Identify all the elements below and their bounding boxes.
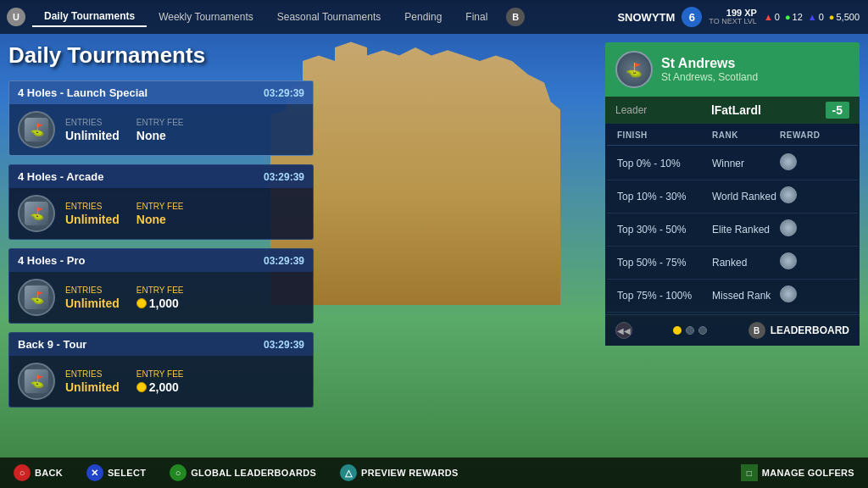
card-body-4: ⛳ Entries Unlimited Entry Fee 2,000 xyxy=(9,356,313,407)
finish-1: Top 0% - 10% xyxy=(617,158,712,169)
gold-coin-4 xyxy=(136,382,147,392)
tournament-icon-3: ⛳ xyxy=(18,279,55,316)
venue-icon: ⛳ xyxy=(615,51,653,88)
venue-location: St Andrews, Scotland xyxy=(661,71,849,83)
red-icon: ▲ xyxy=(764,12,773,22)
fee-label-4: Entry Fee xyxy=(136,369,184,379)
currency-gold: ● 5,500 xyxy=(829,12,860,22)
leader-row: Leader lFatLardl -5 xyxy=(605,97,860,124)
tournament-icon-2: ⛳ xyxy=(18,195,55,232)
rank-1: Winner xyxy=(712,158,780,169)
tournament-card-3[interactable]: 4 Holes - Pro 03:29:39 ⛳ Entries Unlimit… xyxy=(8,248,314,324)
finish-5: Top 75% - 100% xyxy=(617,290,712,302)
action-preview-rewards[interactable]: △ PREVIEW REWARDS xyxy=(340,464,459,481)
xp-info: 199 XP TO NEXT LVL xyxy=(709,8,757,26)
tab-daily-tournaments[interactable]: Daily Tournaments xyxy=(32,7,147,27)
tournament-icon-1: ⛳ xyxy=(18,111,55,148)
reward-row-3: Top 30% - 50% Elite Ranked xyxy=(607,214,858,247)
player-name: SNOWYTM xyxy=(617,11,675,24)
action-manage-golfers[interactable]: □ MANAGE GOLFERS xyxy=(741,464,854,481)
reward-row-4: Top 50% - 75% Ranked xyxy=(607,247,858,280)
entries-value-1: Unlimited xyxy=(65,129,120,142)
blue-value: 0 xyxy=(819,12,824,22)
card-timer-1: 03:29:39 xyxy=(264,87,304,99)
card-header-2: 4 Holes - Arcade 03:29:39 xyxy=(9,165,313,188)
dot-1 xyxy=(673,326,682,335)
rank-5: Missed Rank xyxy=(712,290,780,302)
card-header-3: 4 Holes - Pro 03:29:39 xyxy=(9,249,313,272)
footer-dots xyxy=(673,326,707,335)
stat-fee-4: Entry Fee 2,000 xyxy=(136,369,184,394)
card-title-1: 4 Holes - Launch Special xyxy=(18,86,147,99)
reward-icon-5 xyxy=(780,286,848,306)
card-stats-4: Entries Unlimited Entry Fee 2,000 xyxy=(65,369,304,394)
xp-label: TO NEXT LVL xyxy=(709,18,757,26)
nav-icon-b: B xyxy=(506,8,525,26)
rewards-table: FINISH RANK REWARD Top 0% - 10% Winner T… xyxy=(605,124,860,314)
manage-golfers-icon: □ xyxy=(741,464,758,481)
entries-value-3: Unlimited xyxy=(65,297,120,310)
card-header-4: Back 9 - Tour 03:29:39 xyxy=(9,333,313,356)
rank-4: Ranked xyxy=(712,257,780,269)
fee-value-4: 2,000 xyxy=(136,380,184,394)
pagination-prev[interactable]: ◀◀ xyxy=(615,322,632,339)
icon-inner-3: ⛳ xyxy=(25,286,48,309)
reward-row-5: Top 75% - 100% Missed Rank xyxy=(607,280,858,313)
stat-fee-3: Entry Fee 1,000 xyxy=(136,286,184,310)
dot-2 xyxy=(686,326,694,335)
green-icon: ● xyxy=(785,12,791,22)
entries-value-2: Unlimited xyxy=(65,213,120,226)
page-title: Daily Tournaments xyxy=(8,42,314,69)
entries-label-4: Entries xyxy=(65,369,120,379)
panel-footer: ◀◀ B LEADERBOARD xyxy=(605,314,860,346)
tab-weekly-tournaments[interactable]: Weekly Tournaments xyxy=(147,8,265,26)
preview-rewards-label: PREVIEW REWARDS xyxy=(361,468,459,478)
tournament-card-4[interactable]: Back 9 - Tour 03:29:39 ⛳ Entries Unlimit… xyxy=(8,332,314,408)
leaderboard-button[interactable]: B LEADERBOARD xyxy=(748,322,849,339)
fee-value-1: None xyxy=(136,129,184,142)
preview-rewards-icon: △ xyxy=(340,464,357,481)
card-stats-3: Entries Unlimited Entry Fee 1,000 xyxy=(65,286,304,310)
reward-icon-4 xyxy=(780,252,848,273)
currency-blue: ▲ 0 xyxy=(808,12,824,22)
entries-value-4: Unlimited xyxy=(65,380,120,394)
card-title-4: Back 9 - Tour xyxy=(18,338,86,351)
icon-inner-1: ⛳ xyxy=(25,118,48,141)
manage-golfers-label: MANAGE GOLFERS xyxy=(762,468,854,478)
stat-entries-1: Entries Unlimited xyxy=(65,118,120,142)
card-stats-2: Entries Unlimited Entry Fee None xyxy=(65,202,304,226)
action-back[interactable]: ○ BACK xyxy=(14,464,63,481)
venue-name: St Andrews xyxy=(661,56,849,71)
leader-name: lFatLardl xyxy=(647,103,825,117)
finish-3: Top 30% - 50% xyxy=(617,224,712,236)
nav-icon-u: U xyxy=(7,8,25,26)
tournament-card-1[interactable]: 4 Holes - Launch Special 03:29:39 ⛳ Entr… xyxy=(8,80,314,156)
global-lb-label: GLOBAL LEADERBOARDS xyxy=(191,468,316,478)
nav-tabs: Daily Tournaments Weekly Tournaments Sea… xyxy=(32,7,499,27)
venue-info: St Andrews St Andrews, Scotland xyxy=(661,56,849,83)
tab-seasonal-tournaments[interactable]: Seasonal Tournaments xyxy=(265,8,393,26)
card-stats-1: Entries Unlimited Entry Fee None xyxy=(65,118,304,142)
right-panel: ⛳ St Andrews St Andrews, Scotland Leader… xyxy=(605,42,860,346)
finish-4: Top 50% - 75% xyxy=(617,257,712,269)
venue-header: ⛳ St Andrews St Andrews, Scotland xyxy=(605,42,860,97)
finish-2: Top 10% - 30% xyxy=(617,191,712,202)
action-select[interactable]: ✕ SELECT xyxy=(86,464,146,481)
currency-row: ▲ 0 ● 12 ▲ 0 ● 5,500 xyxy=(764,12,860,22)
stat-entries-2: Entries Unlimited xyxy=(65,202,120,226)
green-value: 12 xyxy=(793,12,803,22)
select-button-icon: ✕ xyxy=(86,464,103,481)
card-body-3: ⛳ Entries Unlimited Entry Fee 1,000 xyxy=(9,272,313,323)
gold-coin-3 xyxy=(136,298,147,308)
tournament-card-2[interactable]: 4 Holes - Arcade 03:29:39 ⛳ Entries Unli… xyxy=(8,164,314,240)
action-global-leaderboards[interactable]: ○ GLOBAL LEADERBOARDS xyxy=(170,464,316,481)
tab-final[interactable]: Final xyxy=(453,8,499,26)
tab-pending[interactable]: Pending xyxy=(392,8,453,26)
global-lb-icon: ○ xyxy=(170,464,186,481)
red-value: 0 xyxy=(775,12,780,22)
rank-3: Elite Ranked xyxy=(712,224,780,236)
entries-label-3: Entries xyxy=(65,286,120,295)
gold-value: 5,500 xyxy=(836,12,860,22)
card-timer-4: 03:29:39 xyxy=(264,339,304,351)
dot-3 xyxy=(698,326,707,335)
